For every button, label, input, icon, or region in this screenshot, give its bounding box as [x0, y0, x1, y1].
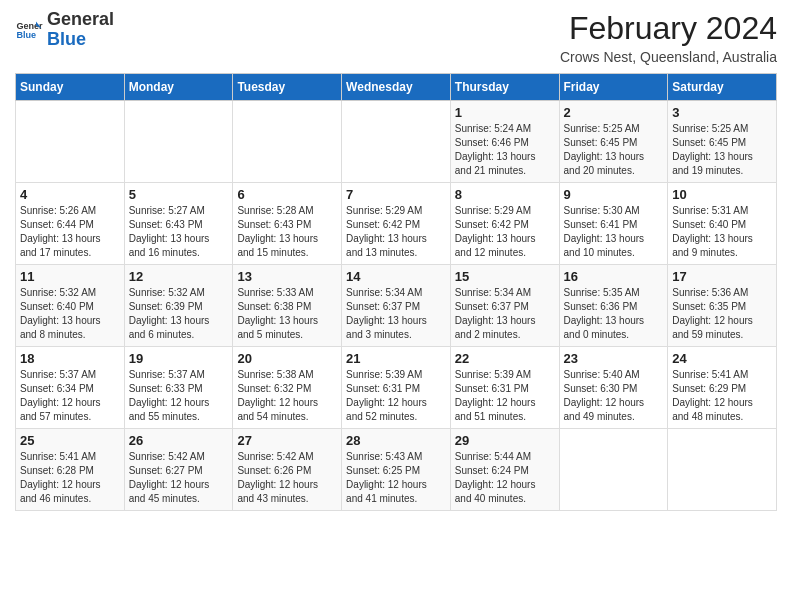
- calendar-cell: 15Sunrise: 5:34 AM Sunset: 6:37 PM Dayli…: [450, 265, 559, 347]
- calendar-body: 1Sunrise: 5:24 AM Sunset: 6:46 PM Daylig…: [16, 101, 777, 511]
- week-row-5: 25Sunrise: 5:41 AM Sunset: 6:28 PM Dayli…: [16, 429, 777, 511]
- calendar-cell: 5Sunrise: 5:27 AM Sunset: 6:43 PM Daylig…: [124, 183, 233, 265]
- calendar-header-row: SundayMondayTuesdayWednesdayThursdayFrid…: [16, 74, 777, 101]
- column-header-saturday: Saturday: [668, 74, 777, 101]
- calendar-cell: [16, 101, 125, 183]
- day-number: 18: [20, 351, 120, 366]
- day-number: 4: [20, 187, 120, 202]
- day-info: Sunrise: 5:34 AM Sunset: 6:37 PM Dayligh…: [455, 286, 555, 342]
- column-header-wednesday: Wednesday: [342, 74, 451, 101]
- calendar-cell: 13Sunrise: 5:33 AM Sunset: 6:38 PM Dayli…: [233, 265, 342, 347]
- calendar-table: SundayMondayTuesdayWednesdayThursdayFrid…: [15, 73, 777, 511]
- column-header-tuesday: Tuesday: [233, 74, 342, 101]
- day-info: Sunrise: 5:29 AM Sunset: 6:42 PM Dayligh…: [346, 204, 446, 260]
- day-number: 25: [20, 433, 120, 448]
- logo-text: GeneralBlue: [47, 10, 114, 50]
- day-number: 10: [672, 187, 772, 202]
- day-info: Sunrise: 5:38 AM Sunset: 6:32 PM Dayligh…: [237, 368, 337, 424]
- day-info: Sunrise: 5:41 AM Sunset: 6:28 PM Dayligh…: [20, 450, 120, 506]
- svg-text:Blue: Blue: [16, 30, 36, 40]
- day-number: 2: [564, 105, 664, 120]
- day-info: Sunrise: 5:44 AM Sunset: 6:24 PM Dayligh…: [455, 450, 555, 506]
- calendar-cell: 9Sunrise: 5:30 AM Sunset: 6:41 PM Daylig…: [559, 183, 668, 265]
- logo-icon: General Blue: [15, 16, 43, 44]
- week-row-2: 4Sunrise: 5:26 AM Sunset: 6:44 PM Daylig…: [16, 183, 777, 265]
- calendar-cell: 21Sunrise: 5:39 AM Sunset: 6:31 PM Dayli…: [342, 347, 451, 429]
- calendar-cell: [342, 101, 451, 183]
- day-info: Sunrise: 5:40 AM Sunset: 6:30 PM Dayligh…: [564, 368, 664, 424]
- calendar-cell: 18Sunrise: 5:37 AM Sunset: 6:34 PM Dayli…: [16, 347, 125, 429]
- day-info: Sunrise: 5:39 AM Sunset: 6:31 PM Dayligh…: [455, 368, 555, 424]
- day-number: 19: [129, 351, 229, 366]
- calendar-cell: 28Sunrise: 5:43 AM Sunset: 6:25 PM Dayli…: [342, 429, 451, 511]
- day-info: Sunrise: 5:26 AM Sunset: 6:44 PM Dayligh…: [20, 204, 120, 260]
- day-number: 29: [455, 433, 555, 448]
- calendar-cell: 14Sunrise: 5:34 AM Sunset: 6:37 PM Dayli…: [342, 265, 451, 347]
- calendar-cell: 1Sunrise: 5:24 AM Sunset: 6:46 PM Daylig…: [450, 101, 559, 183]
- calendar-cell: 6Sunrise: 5:28 AM Sunset: 6:43 PM Daylig…: [233, 183, 342, 265]
- day-info: Sunrise: 5:36 AM Sunset: 6:35 PM Dayligh…: [672, 286, 772, 342]
- day-number: 17: [672, 269, 772, 284]
- location: Crows Nest, Queensland, Australia: [560, 49, 777, 65]
- calendar-cell: 20Sunrise: 5:38 AM Sunset: 6:32 PM Dayli…: [233, 347, 342, 429]
- day-info: Sunrise: 5:42 AM Sunset: 6:26 PM Dayligh…: [237, 450, 337, 506]
- day-info: Sunrise: 5:37 AM Sunset: 6:33 PM Dayligh…: [129, 368, 229, 424]
- week-row-3: 11Sunrise: 5:32 AM Sunset: 6:40 PM Dayli…: [16, 265, 777, 347]
- day-number: 14: [346, 269, 446, 284]
- calendar-cell: 2Sunrise: 5:25 AM Sunset: 6:45 PM Daylig…: [559, 101, 668, 183]
- day-number: 12: [129, 269, 229, 284]
- day-info: Sunrise: 5:37 AM Sunset: 6:34 PM Dayligh…: [20, 368, 120, 424]
- day-info: Sunrise: 5:32 AM Sunset: 6:40 PM Dayligh…: [20, 286, 120, 342]
- day-number: 9: [564, 187, 664, 202]
- day-number: 24: [672, 351, 772, 366]
- calendar-cell: 3Sunrise: 5:25 AM Sunset: 6:45 PM Daylig…: [668, 101, 777, 183]
- calendar-cell: 4Sunrise: 5:26 AM Sunset: 6:44 PM Daylig…: [16, 183, 125, 265]
- calendar-cell: 24Sunrise: 5:41 AM Sunset: 6:29 PM Dayli…: [668, 347, 777, 429]
- day-number: 27: [237, 433, 337, 448]
- day-number: 21: [346, 351, 446, 366]
- calendar-cell: [233, 101, 342, 183]
- calendar-cell: 8Sunrise: 5:29 AM Sunset: 6:42 PM Daylig…: [450, 183, 559, 265]
- day-info: Sunrise: 5:42 AM Sunset: 6:27 PM Dayligh…: [129, 450, 229, 506]
- calendar-cell: 11Sunrise: 5:32 AM Sunset: 6:40 PM Dayli…: [16, 265, 125, 347]
- day-number: 15: [455, 269, 555, 284]
- column-header-friday: Friday: [559, 74, 668, 101]
- day-number: 8: [455, 187, 555, 202]
- day-number: 28: [346, 433, 446, 448]
- calendar-cell: 25Sunrise: 5:41 AM Sunset: 6:28 PM Dayli…: [16, 429, 125, 511]
- day-number: 20: [237, 351, 337, 366]
- day-info: Sunrise: 5:41 AM Sunset: 6:29 PM Dayligh…: [672, 368, 772, 424]
- month-title: February 2024: [560, 10, 777, 47]
- week-row-4: 18Sunrise: 5:37 AM Sunset: 6:34 PM Dayli…: [16, 347, 777, 429]
- calendar-cell: 29Sunrise: 5:44 AM Sunset: 6:24 PM Dayli…: [450, 429, 559, 511]
- column-header-sunday: Sunday: [16, 74, 125, 101]
- calendar-cell: 27Sunrise: 5:42 AM Sunset: 6:26 PM Dayli…: [233, 429, 342, 511]
- day-number: 7: [346, 187, 446, 202]
- calendar-cell: 10Sunrise: 5:31 AM Sunset: 6:40 PM Dayli…: [668, 183, 777, 265]
- calendar-cell: 16Sunrise: 5:35 AM Sunset: 6:36 PM Dayli…: [559, 265, 668, 347]
- day-number: 5: [129, 187, 229, 202]
- calendar-cell: [124, 101, 233, 183]
- day-info: Sunrise: 5:31 AM Sunset: 6:40 PM Dayligh…: [672, 204, 772, 260]
- day-number: 11: [20, 269, 120, 284]
- calendar-cell: 7Sunrise: 5:29 AM Sunset: 6:42 PM Daylig…: [342, 183, 451, 265]
- day-info: Sunrise: 5:43 AM Sunset: 6:25 PM Dayligh…: [346, 450, 446, 506]
- calendar-cell: 26Sunrise: 5:42 AM Sunset: 6:27 PM Dayli…: [124, 429, 233, 511]
- column-header-thursday: Thursday: [450, 74, 559, 101]
- day-info: Sunrise: 5:27 AM Sunset: 6:43 PM Dayligh…: [129, 204, 229, 260]
- day-number: 16: [564, 269, 664, 284]
- day-info: Sunrise: 5:33 AM Sunset: 6:38 PM Dayligh…: [237, 286, 337, 342]
- calendar-cell: [559, 429, 668, 511]
- day-info: Sunrise: 5:30 AM Sunset: 6:41 PM Dayligh…: [564, 204, 664, 260]
- day-info: Sunrise: 5:29 AM Sunset: 6:42 PM Dayligh…: [455, 204, 555, 260]
- day-number: 6: [237, 187, 337, 202]
- day-info: Sunrise: 5:24 AM Sunset: 6:46 PM Dayligh…: [455, 122, 555, 178]
- day-info: Sunrise: 5:34 AM Sunset: 6:37 PM Dayligh…: [346, 286, 446, 342]
- calendar-cell: [668, 429, 777, 511]
- week-row-1: 1Sunrise: 5:24 AM Sunset: 6:46 PM Daylig…: [16, 101, 777, 183]
- day-number: 26: [129, 433, 229, 448]
- calendar-cell: 17Sunrise: 5:36 AM Sunset: 6:35 PM Dayli…: [668, 265, 777, 347]
- day-info: Sunrise: 5:25 AM Sunset: 6:45 PM Dayligh…: [672, 122, 772, 178]
- column-header-monday: Monday: [124, 74, 233, 101]
- calendar-cell: 22Sunrise: 5:39 AM Sunset: 6:31 PM Dayli…: [450, 347, 559, 429]
